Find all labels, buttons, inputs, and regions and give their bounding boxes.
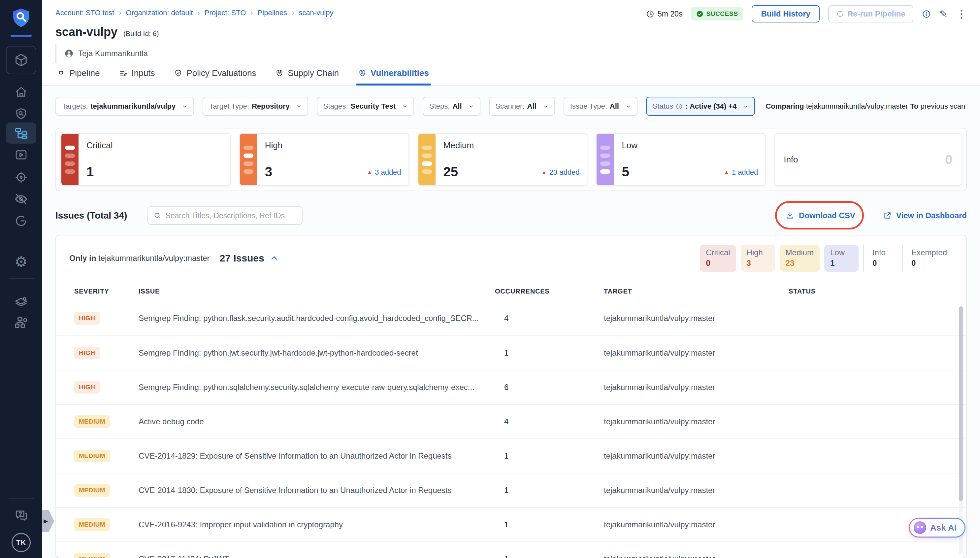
chevron-down-icon [542,103,549,110]
filter-steps[interactable]: Steps: All [423,97,481,116]
collapse-group-button[interactable] [270,254,279,263]
filter-status[interactable]: Status : Active (34) +4 [646,97,755,116]
sto-logo-icon [11,7,32,30]
table-row[interactable]: HIGH Semgrep Finding: python.flask.secur… [56,301,966,335]
card-value: 0 [945,152,952,167]
col-severity: SEVERITY [74,287,139,295]
critical-strip-icon [61,134,79,185]
sidebar-item-delegates[interactable] [6,314,36,331]
comparing-bold: Comparing [766,102,804,110]
chip-value: 23 [786,259,814,268]
filter-issue-type[interactable]: Issue Type: All [564,97,638,116]
issue-title: Semgrep Finding: python.sqlalchemy.secur… [139,383,495,392]
chip-medium: Medium 23 [780,245,820,272]
low-card[interactable]: Low 5 ▲1 added [596,133,766,186]
chevron-down-icon [402,103,408,110]
filter-stages[interactable]: Stages: Security Test [317,97,414,116]
table-row[interactable]: MEDIUM CVE-2017-11424: PyJWT... 1 tejaku… [56,542,966,558]
table-row[interactable]: MEDIUM CVE-2016-9243: Improper input val… [56,507,966,542]
high-strip-icon [240,134,257,185]
breadcrumb-organization[interactable]: Organization: default [126,8,193,17]
table-row[interactable]: MEDIUM CVE-2014-1829: Exposure of Sensit… [56,438,966,473]
table-row[interactable]: HIGH Semgrep Finding: python.jwt.securit… [56,335,966,370]
sidebar-item-token[interactable] [6,212,36,230]
search-input[interactable] [165,211,297,220]
build-header: Account: STO test › Organization: defaul… [42,0,980,63]
chip-label: Critical [706,248,730,257]
rerun-icon [836,10,844,18]
breadcrumb-project[interactable]: Project: STO [205,8,246,17]
group-issue-count: 27 Issues [219,253,264,264]
info-button[interactable] [922,10,931,18]
ask-ai-button[interactable]: Ask AI [909,518,965,538]
sidebar-item-help[interactable] [6,507,36,524]
sidebar-item-default-settings[interactable] [6,294,36,311]
breadcrumb-current[interactable]: scan-vulpy [299,8,333,17]
card-value: 1 [87,164,94,179]
filter-target-type[interactable]: Target Type: Repository [203,97,308,116]
gear-icon: ⚙ [15,254,28,269]
sidebar-item-baselines[interactable] [6,190,36,208]
build-history-button[interactable]: Build History [752,5,819,23]
info-card[interactable]: Info 0 [774,133,962,186]
filter-value: Security Test [350,102,396,111]
filter-value: tejakummarikuntla/vulpy [90,102,175,111]
chip-exempted: Exempted 0 [902,245,953,272]
filter-scanner[interactable]: Scanner: All [489,97,555,116]
scan-gauge-icon [14,214,28,228]
col-issue: ISSUE [139,287,495,295]
sidebar-item-targets[interactable] [6,169,36,186]
added-text: 3 added [375,168,401,177]
sidebar-item-home[interactable] [6,84,36,101]
chip-value: 3 [747,259,769,268]
table-row[interactable]: MEDIUM CVE-2014-1830: Exposure of Sensit… [56,473,966,507]
table-row[interactable]: HIGH Semgrep Finding: python.sqlalchemy.… [56,370,966,404]
high-card[interactable]: High 3 ▲3 added [239,133,409,186]
top-actions: 5m 20s SUCCESS Build History Re-run Pipe… [646,5,967,23]
tab-inputs[interactable]: Inputs [119,68,155,85]
download-csv-button[interactable]: Download CSV [786,211,855,220]
tab-supply-chain[interactable]: Supply Chain [275,68,339,85]
sidebar-item-executions[interactable] [6,146,36,163]
sidebar-item-settings[interactable]: ⚙ [6,253,36,271]
severity-badge: MEDIUM [74,519,110,531]
added-indicator: ▲1 added [724,168,758,177]
table-scrollbar-thumb[interactable] [959,307,963,501]
edit-pipeline-button[interactable]: ✎ [939,8,948,20]
issues-panel: Only in tejakummarikuntla/vulpy:master 2… [56,235,967,558]
home-icon [14,85,28,99]
view-in-dashboard-button[interactable]: View in Dashboard [883,211,967,220]
target-name: tejakummarikuntla/vulpy:master [604,348,789,358]
help-chat-icon [14,508,28,522]
occurrences-count: 1 [495,520,604,529]
rerun-pipeline-button[interactable]: Re-run Pipeline [828,5,913,23]
filter-targets[interactable]: Targets: tejakummarikuntla/vulpy [56,97,194,116]
module-switcher-button[interactable] [6,46,36,74]
col-occurrences: OCCURRENCES [495,287,604,295]
tab-policy-evaluations[interactable]: Policy Evaluations [174,68,256,85]
severity-badge: MEDIUM [74,415,110,428]
breadcrumb-account[interactable]: Account: STO test [56,8,114,17]
more-options-button[interactable]: ⋮ [956,8,967,20]
person-icon [64,49,74,58]
module-cube-icon [13,53,29,68]
main-area: Account: STO test › Organization: defaul… [42,0,980,558]
filter-label: Stages: [323,102,348,111]
tab-pipeline[interactable]: Pipeline [57,68,100,85]
critical-card[interactable]: Critical 1 [61,133,231,186]
card-label: Critical [87,140,222,151]
issues-search[interactable] [147,206,303,225]
table-row[interactable]: MEDIUM Active debug code 4 tejakummariku… [56,404,966,438]
sidebar-item-pipelines[interactable] [6,123,36,144]
breadcrumb-pipelines[interactable]: Pipelines [258,8,287,17]
info-icon [676,103,683,110]
page-title: scan-vulpy [56,25,118,39]
tab-vulnerabilities[interactable]: Vulnerabilities [358,68,429,85]
card-label: Info [784,154,798,165]
medium-card[interactable]: Medium 25 ▲23 added [418,133,588,186]
tab-label: Vulnerabilities [371,68,429,78]
user-avatar[interactable]: TK [11,533,31,552]
inputs-tab-icon [119,69,128,77]
target-name: tejakummarikuntla/vulpy:master [604,417,789,426]
sidebar-item-overview[interactable] [6,105,36,123]
